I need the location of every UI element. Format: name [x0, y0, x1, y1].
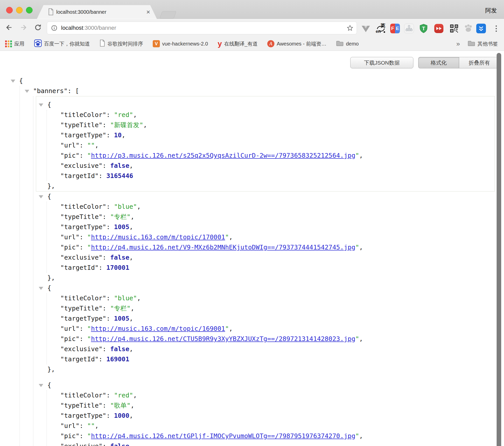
- collapse-toggle-icon[interactable]: [39, 287, 43, 290]
- url-host: localhost: [61, 25, 83, 31]
- browser-tab[interactable]: localhost:3000/banner ×: [37, 5, 157, 19]
- bookmark-youdao[interactable]: y 在线翻译_有道: [218, 40, 258, 47]
- collapse-toggle-icon[interactable]: [25, 90, 29, 93]
- other-bookmarks[interactable]: 其他书签: [468, 40, 498, 48]
- translate-icon[interactable]: 英 en: [376, 24, 385, 33]
- json-line: "exclusive": false,: [0, 252, 504, 263]
- page-favicon-icon: [48, 8, 54, 16]
- download-json-button[interactable]: 下载JSON数据: [350, 57, 413, 68]
- sitemap-icon[interactable]: [404, 24, 414, 33]
- shield-letter: T: [422, 26, 425, 31]
- back-button[interactable]: [5, 23, 14, 32]
- translate-latin-label: en: [376, 29, 381, 34]
- vertical-scrollbar[interactable]: [497, 53, 501, 446]
- bookmark-label: 百度一下，你就知道: [44, 40, 90, 47]
- bookmark-folder-demo[interactable]: demo: [336, 40, 359, 48]
- tab-title: localhost:3000/banner: [56, 5, 106, 19]
- translate-cjk-label: 英: [381, 22, 385, 29]
- json-line: "url": "http://music.163.com/m/topic/170…: [0, 232, 504, 242]
- json-line: "typeTitle": "专栏",: [0, 303, 504, 314]
- bookmark-label: 在线翻译_有道: [224, 40, 258, 47]
- json-line: {: [0, 191, 504, 202]
- json-line: "exclusive": false,: [36, 161, 495, 171]
- vue-devtools-icon[interactable]: [361, 24, 371, 33]
- bookmark-label: Awesomes - 前端资…: [277, 40, 326, 47]
- json-url-link[interactable]: http://p4.music.126.net/tGPljf-IMOCyPvum…: [91, 432, 355, 440]
- page-icon: [100, 40, 105, 48]
- json-line: "targetType": 10,: [36, 130, 495, 140]
- format-button[interactable]: 格式化: [418, 57, 459, 68]
- paw-icon[interactable]: [464, 24, 473, 33]
- json-line: "targetId": 170001: [0, 263, 504, 273]
- json-url-link[interactable]: http://music.163.com/m/topic/170001: [91, 233, 225, 241]
- traffic-lights: [6, 7, 33, 13]
- json-array-item: {"titleColor": "red","typeTitle": "歌单","…: [0, 380, 504, 446]
- new-tab-button[interactable]: [160, 11, 177, 19]
- qr-code-icon[interactable]: [450, 24, 459, 33]
- tab-close-icon[interactable]: ×: [146, 5, 150, 19]
- json-line: "banners": [: [0, 86, 504, 96]
- json-url-link[interactable]: http://p3.music.126.net/s25q2x5QyqsAzilC…: [91, 152, 355, 159]
- collapse-all-button[interactable]: 折叠所有: [459, 57, 500, 68]
- json-line: "typeTitle": "歌单",: [0, 400, 504, 411]
- bookmark-vue-hackernews[interactable]: V vue-hackernews-2.0: [153, 40, 208, 47]
- format-collapse-group: 格式化 折叠所有: [418, 57, 500, 68]
- bookmark-star-icon[interactable]: [346, 24, 354, 32]
- zoom-window-button[interactable]: [26, 7, 33, 13]
- shield-t-icon[interactable]: T: [419, 24, 428, 33]
- bookmark-label: 谷歌按时间排序: [107, 40, 143, 47]
- json-line: "exclusive": false,: [0, 344, 504, 354]
- json-line: },: [0, 273, 504, 283]
- vue-icon: V: [153, 40, 160, 47]
- json-line: "titleColor": "blue",: [0, 293, 504, 303]
- json-url-link[interactable]: http://p4.music.126.net/CTU5B9R9y3XyYBZX…: [91, 335, 355, 343]
- address-bar[interactable]: localhost:3000/banner: [47, 22, 357, 34]
- folder-icon: [336, 40, 344, 48]
- json-line: "titleColor": "red",: [36, 110, 495, 120]
- bookmarks-bar: 应用 百度一下，你就知道 谷歌按时间排序 V vue-hackernews-2.…: [0, 37, 504, 51]
- url-text[interactable]: localhost:3000/banner: [61, 25, 116, 31]
- json-line: {: [0, 380, 504, 390]
- bookmark-apps[interactable]: 应用: [5, 40, 24, 47]
- json-line: },: [0, 364, 504, 375]
- fast-forward-icon[interactable]: [434, 24, 443, 33]
- reload-button[interactable]: [33, 23, 43, 32]
- bookmark-baidu[interactable]: 百度一下，你就知道: [34, 39, 90, 48]
- json-line: "pic": "http://p4.music.126.net/V9-MXz6b…: [0, 242, 504, 252]
- json-url-link[interactable]: http://music.163.com/m/topic/169001: [91, 325, 225, 332]
- json-array-item: {"titleColor": "red","typeTitle": "新碟首发"…: [36, 96, 495, 191]
- url-path: :3000/banner: [83, 25, 116, 31]
- fe-right-letter: E: [395, 24, 400, 33]
- browser-menu-icon[interactable]: [491, 24, 501, 33]
- json-line: "exclusive": false,: [0, 441, 504, 446]
- site-info-icon[interactable]: [51, 25, 58, 31]
- minimize-window-button[interactable]: [16, 7, 23, 13]
- fe-helper-icon[interactable]: FE: [390, 24, 400, 33]
- collapse-toggle-icon[interactable]: [39, 384, 43, 387]
- collapse-toggle-icon[interactable]: [39, 103, 43, 107]
- bookmarks-overflow-chevron[interactable]: »: [456, 40, 460, 48]
- json-line: {: [0, 76, 504, 86]
- profile-name[interactable]: 阿发: [485, 7, 497, 14]
- json-line: "typeTitle": "新碟首发",: [36, 120, 495, 130]
- json-line: "typeTitle": "专栏",: [0, 212, 504, 222]
- collapse-toggle-icon[interactable]: [11, 80, 15, 83]
- downloader-icon[interactable]: [476, 24, 486, 33]
- json-line: "url": "",: [36, 140, 495, 151]
- bookmark-label: 应用: [14, 40, 24, 47]
- fe-left-letter: F: [390, 24, 395, 33]
- json-url-link[interactable]: http://p4.music.126.net/V9-MXz6b2MNhEKju…: [91, 244, 355, 251]
- bookmark-google-sort[interactable]: 谷歌按时间排序: [100, 40, 143, 48]
- json-line: "targetId": 169001: [0, 354, 504, 364]
- collapse-toggle-icon[interactable]: [39, 195, 43, 198]
- json-line: "titleColor": "blue",: [0, 202, 504, 212]
- close-window-button[interactable]: [6, 7, 13, 13]
- forward-button[interactable]: [19, 23, 28, 32]
- awesomes-icon: A: [267, 40, 274, 47]
- json-line: "targetType": 1005,: [0, 314, 504, 324]
- bookmark-awesomes[interactable]: A Awesomes - 前端资…: [267, 40, 326, 47]
- youdao-icon: y: [218, 40, 222, 47]
- json-line: "pic": "http://p3.music.126.net/s25q2x5Q…: [36, 151, 495, 161]
- apps-grid-icon: [5, 40, 12, 47]
- bookmark-label: 其他书签: [478, 40, 498, 47]
